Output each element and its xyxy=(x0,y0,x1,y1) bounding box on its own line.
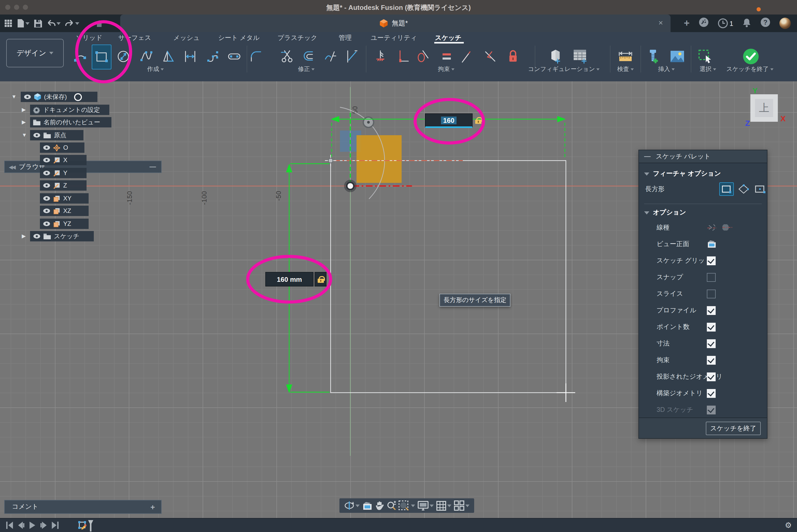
z-axis-label[interactable]: Z xyxy=(63,182,67,189)
tab-surface[interactable]: サーフェス xyxy=(118,34,151,42)
tree-item-yz-plane[interactable]: YZ xyxy=(40,218,89,229)
projected-geometry-checkbox[interactable] xyxy=(707,372,716,381)
points-checkbox[interactable] xyxy=(707,322,716,331)
go-to-end-button[interactable] xyxy=(52,521,59,529)
circle-tool[interactable] xyxy=(114,44,133,69)
construction-line-icon[interactable] xyxy=(707,223,718,231)
tree-item-z-axis[interactable]: Z xyxy=(40,180,87,191)
sketch-palette-header[interactable]: — スケッチ パレット xyxy=(639,150,767,163)
zoom-window-tool[interactable] xyxy=(399,500,415,511)
yz-plane-label[interactable]: YZ xyxy=(63,220,71,227)
centerline-icon[interactable] xyxy=(722,223,733,231)
eye-icon[interactable] xyxy=(43,221,50,226)
notifications-bell-icon[interactable] xyxy=(742,17,752,29)
group-finish-sketch[interactable]: スケッチを終了 xyxy=(726,65,774,73)
group-constraints[interactable]: 拘束 xyxy=(438,65,455,73)
spline-tool[interactable] xyxy=(137,44,156,69)
grid-caret-icon[interactable] xyxy=(447,504,451,507)
break-tool[interactable] xyxy=(321,44,340,69)
configuration-table-tool[interactable] xyxy=(571,44,590,69)
insert-image-tool[interactable] xyxy=(668,44,687,69)
display-caret-icon[interactable] xyxy=(430,504,434,507)
origin-folder-label[interactable]: 原点 xyxy=(54,131,66,139)
extend-tool[interactable] xyxy=(342,44,361,69)
viewport-canvas[interactable]: -150 -100 -50 50 xyxy=(0,81,797,518)
new-tab-button[interactable]: + xyxy=(684,18,689,29)
y-axis-label[interactable]: Y xyxy=(63,169,67,177)
rectangle-tool[interactable] xyxy=(92,44,111,70)
save-button[interactable] xyxy=(34,19,42,27)
tab-plastic[interactable]: プラスチック xyxy=(278,34,317,42)
group-modify[interactable]: 修正 xyxy=(298,65,315,73)
document-tab[interactable]: 無題* × xyxy=(120,15,670,32)
document-node-label[interactable]: (未保存) xyxy=(44,93,67,101)
look-at-view-icon[interactable] xyxy=(707,240,717,248)
view-cube-face-top[interactable]: 上 xyxy=(755,99,773,117)
eye-icon[interactable] xyxy=(33,133,40,138)
symmetry-constraint[interactable] xyxy=(481,44,500,69)
eye-icon[interactable] xyxy=(43,183,50,188)
job-status-clock[interactable]: 1 xyxy=(718,18,733,28)
eye-icon[interactable] xyxy=(43,208,50,213)
polygon-tool[interactable] xyxy=(160,44,178,69)
parallel-constraint[interactable] xyxy=(457,44,476,69)
sketch-grid-checkbox[interactable] xyxy=(707,256,716,265)
collapse-panel-icon[interactable]: ◀◀ xyxy=(9,164,15,170)
chevron-down-icon[interactable]: ▼ xyxy=(12,94,17,99)
eye-icon[interactable] xyxy=(43,170,50,176)
play-button[interactable] xyxy=(29,521,36,529)
viewports-tool[interactable] xyxy=(454,500,469,511)
select-tool[interactable] xyxy=(696,44,715,69)
tree-item-y-axis[interactable]: Y xyxy=(40,168,87,178)
settings-gear-icon[interactable]: ⚙ xyxy=(785,520,792,530)
slice-checkbox[interactable] xyxy=(707,289,716,298)
file-menu-button[interactable] xyxy=(17,19,30,27)
pan-tool[interactable] xyxy=(375,501,384,510)
view-cube[interactable]: 上 xyxy=(750,94,778,122)
profile-checkbox[interactable] xyxy=(707,306,716,315)
sketch-rectangle[interactable] xyxy=(331,160,566,393)
trim-scissors-tool[interactable] xyxy=(278,44,296,69)
help-icon[interactable]: ? xyxy=(760,17,771,30)
tab-utilities[interactable]: ユーティリティ xyxy=(371,34,417,42)
finish-sketch-button[interactable] xyxy=(742,44,760,69)
orbit-tool[interactable] xyxy=(344,501,360,510)
constraints-checkbox[interactable] xyxy=(707,356,716,364)
tree-item-named-views[interactable]: 名前の付いたビュー xyxy=(30,117,111,128)
height-lock-icon[interactable] xyxy=(315,272,327,286)
chevron-right-icon[interactable]: ▶ xyxy=(22,120,27,125)
undo-button[interactable] xyxy=(47,20,61,27)
group-insert[interactable]: 挿入 xyxy=(658,65,675,73)
offset-tool[interactable] xyxy=(299,44,318,69)
insert-fastener-tool[interactable] xyxy=(644,44,663,69)
finish-sketch-palette-button[interactable]: スケッチを終了 xyxy=(706,422,761,435)
workspace-selector[interactable]: デザイン xyxy=(6,39,64,67)
minimize-panel-icon[interactable]: — xyxy=(149,163,156,170)
step-forward-button[interactable] xyxy=(40,521,47,529)
viewports-caret-icon[interactable] xyxy=(465,504,469,507)
section-collapse-icon[interactable] xyxy=(644,172,649,175)
arc-tool[interactable] xyxy=(71,44,90,69)
tangent-constraint[interactable] xyxy=(413,44,432,69)
measure-tool[interactable] xyxy=(616,44,635,69)
rect-2point-icon[interactable] xyxy=(719,182,734,196)
orbit-caret-icon[interactable] xyxy=(355,504,360,507)
redo-button[interactable] xyxy=(65,20,79,27)
construction-geometry-checkbox[interactable] xyxy=(707,389,716,398)
dimensions-checkbox[interactable] xyxy=(707,339,716,348)
feature-options-section[interactable]: フィーチャ オプション xyxy=(644,169,767,178)
grid-settings-tool[interactable] xyxy=(436,501,451,511)
fix-constraint[interactable] xyxy=(371,44,390,69)
options-section[interactable]: オプション xyxy=(644,208,686,217)
timeline-playhead[interactable] xyxy=(87,520,94,532)
rect-center-icon[interactable] xyxy=(737,183,750,195)
group-select[interactable]: 選択 xyxy=(700,65,716,73)
tree-item-origin-folder[interactable]: 原点 xyxy=(30,130,84,140)
tab-manage[interactable]: 管理 xyxy=(339,34,352,42)
fillet-tool[interactable] xyxy=(247,44,265,69)
eye-icon[interactable] xyxy=(43,157,50,163)
step-back-button[interactable] xyxy=(18,521,24,529)
eye-icon[interactable] xyxy=(33,234,40,239)
sketches-folder-label[interactable]: スケッチ xyxy=(54,232,79,241)
eye-icon[interactable] xyxy=(24,94,31,99)
